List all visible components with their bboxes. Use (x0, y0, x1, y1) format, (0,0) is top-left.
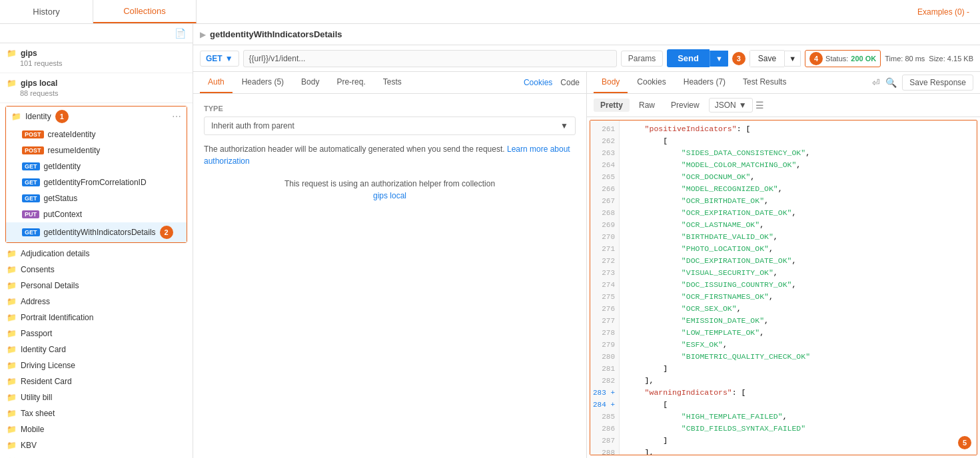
code-link[interactable]: Code (560, 78, 580, 87)
tab-headers[interactable]: Headers (5) (234, 72, 292, 93)
folder-address[interactable]: 📁 Address (0, 294, 193, 310)
auth-type-select[interactable]: Inherit auth from parent ▼ (204, 116, 576, 135)
endpoint-getIdentity[interactable]: GET getIdentity (6, 158, 187, 174)
request-title: getIdentityWithIndicatorsDetails (210, 29, 342, 39)
copy-icon[interactable]: ⏎ (872, 77, 880, 88)
endpoint-createIdentity[interactable]: POST createIdentity (6, 126, 187, 142)
resp-tab-headers[interactable]: Headers (7) (676, 72, 734, 93)
folder-icon-gips-local: 📁 (7, 79, 17, 88)
collection-gips-requests: 101 requests (7, 59, 186, 67)
endpoint-getIdentityFromCorrelationID[interactable]: GET getIdentityFromCorrelationID (6, 174, 187, 190)
format-type-select[interactable]: JSON ▼ (709, 98, 753, 113)
line-numbers: 2612622632642652662672682692702712722732… (590, 120, 620, 455)
response-code-area-wrapper: 2612622632642652662672682692702712722732… (590, 120, 977, 455)
collection-gips-local-name: 📁 gips local (7, 79, 186, 88)
annotation-2: 2 (160, 226, 173, 239)
folder-proof[interactable]: 📁 Proof (0, 453, 193, 458)
folder-adj-label: Adjudication details (21, 249, 89, 258)
send-dropdown-button[interactable]: ▼ (710, 51, 728, 67)
save-button-group: Save ▼ (749, 50, 801, 67)
method-badge-put-context: PUT (22, 210, 39, 218)
folder-passport[interactable]: 📁 Passport (0, 326, 193, 342)
tab-body[interactable]: Body (293, 72, 327, 93)
tab-pre-req[interactable]: Pre-req. (328, 72, 373, 93)
response-code-area[interactable]: 2612622632642652662672682692702712722732… (590, 120, 977, 455)
folder-portrait[interactable]: 📁 Portrait Identification (0, 310, 193, 326)
tab-collections[interactable]: Collections (93, 0, 197, 23)
save-response-button[interactable]: Save Response (902, 75, 973, 91)
folder-resident-card[interactable]: 📁 Resident Card (0, 373, 193, 389)
endpoint-getIdentityWithIndicatorsDetails[interactable]: GET getIdentityWithIndicatorsDetails 2 (6, 222, 187, 242)
folder-id-card-label: Identity Card (21, 345, 66, 354)
tab-auth[interactable]: Auth (200, 72, 233, 93)
method-selector[interactable]: GET ▼ (200, 51, 239, 67)
request-panel: ▶ getIdentityWithIndicatorsDetails GET ▼… (193, 24, 980, 458)
method-badge-get-indicators: GET (22, 228, 40, 236)
fmt-preview[interactable]: Preview (664, 99, 706, 112)
url-input[interactable]: {{url}}/v1/ident... (243, 50, 617, 67)
top-bar-right: Examples (0) - (197, 0, 980, 23)
collection-gips-local-requests: 88 requests (7, 89, 186, 97)
time-label: Time: 80 ms (885, 55, 925, 63)
folder-portrait-label: Portrait Identification (21, 313, 93, 322)
folder-icon-driving: 📁 (7, 361, 17, 370)
folder-icon-portrait: 📁 (7, 313, 17, 322)
params-button[interactable]: Params (621, 51, 663, 67)
status-label: Status: (825, 55, 848, 63)
endpoint-resumeIdentity[interactable]: POST resumeIdentity (6, 142, 187, 158)
resp-tab-cookies[interactable]: Cookies (629, 72, 674, 93)
search-icon[interactable]: 🔍 (885, 77, 897, 88)
resp-tab-test-results[interactable]: Test Results (735, 72, 794, 93)
resp-tab-body[interactable]: Body (594, 72, 628, 93)
tab-history[interactable]: History (0, 0, 93, 23)
send-main-button[interactable]: Send (667, 49, 710, 67)
endpoint-name-putContext: putContext (43, 210, 82, 219)
folder-tax-sheet[interactable]: 📁 Tax sheet (0, 405, 193, 421)
folder-identity-card[interactable]: 📁 Identity Card (0, 342, 193, 357)
folder-adjudication[interactable]: 📁 Adjudication details (0, 246, 193, 262)
examples-link[interactable]: Examples (0) - (917, 7, 969, 17)
folder-mobile-label: Mobile (21, 425, 44, 434)
fmt-pretty[interactable]: Pretty (594, 99, 630, 112)
folder-icon-mobile: 📁 (7, 425, 17, 434)
folder-tax-label: Tax sheet (21, 409, 55, 418)
annotation-4: 4 (809, 52, 823, 65)
collection-gips-local[interactable]: 📁 gips local 88 requests (0, 73, 193, 103)
folder-utility-bill[interactable]: 📁 Utility bill (0, 389, 193, 405)
cookies-link[interactable]: Cookies (524, 78, 552, 87)
identity-folder[interactable]: 📁 Identity 1 ⋯ POST createIdentity POST … (5, 106, 187, 243)
folder-personal-details[interactable]: 📁 Personal Details (0, 278, 193, 294)
format-extra-icon[interactable]: ☰ (755, 100, 764, 111)
folder-kbv[interactable]: 📁 KBV (0, 437, 193, 453)
folder-utility-label: Utility bill (21, 393, 52, 402)
request-tabs: Auth Headers (5) Body Pre-req. Tests Coo… (193, 72, 586, 94)
folder-icon-passport: 📁 (7, 329, 17, 338)
folder-kbv-label: KBV (21, 441, 37, 450)
endpoint-getStatus[interactable]: GET getStatus (6, 190, 187, 206)
folder-driving-license[interactable]: 📁 Driving License (0, 357, 193, 373)
endpoint-name-getIdentityFromCorrelationID: getIdentityFromCorrelationID (44, 178, 147, 187)
tab-right-links: Cookies Code (524, 78, 580, 87)
fmt-raw[interactable]: Raw (632, 99, 662, 112)
method-chevron-icon: ▼ (225, 54, 233, 63)
save-main-button[interactable]: Save (749, 50, 784, 67)
collection-gips[interactable]: 📁 gips 101 requests (0, 43, 193, 73)
folder-mobile[interactable]: 📁 Mobile (0, 421, 193, 437)
auth-note: The authorization header will be automat… (204, 143, 576, 167)
identity-more-icon[interactable]: ⋯ (172, 111, 181, 122)
tab-tests[interactable]: Tests (375, 72, 410, 93)
new-collection-icon[interactable]: 📄 (175, 28, 186, 39)
folder-icon-personal: 📁 (7, 281, 17, 290)
helper-collection-link[interactable]: gips local (373, 191, 406, 200)
annotation-5: 5 (958, 436, 971, 449)
sidebar: 📄 📁 gips 101 requests 📁 gips local 88 re… (0, 24, 193, 458)
identity-folder-header[interactable]: 📁 Identity 1 ⋯ (6, 107, 187, 126)
save-dropdown-button[interactable]: ▼ (784, 51, 801, 67)
sidebar-toolbar: 📄 (0, 24, 193, 43)
folder-driving-label: Driving License (21, 361, 75, 370)
method-badge-post-create: POST (22, 130, 44, 138)
url-row: GET ▼ {{url}}/v1/ident... Params Send ▼ … (193, 45, 980, 72)
folder-consents[interactable]: 📁 Consents (0, 262, 193, 278)
endpoint-putContext[interactable]: PUT putContext (6, 206, 187, 222)
response-tabs: Body Cookies Headers (7) Test Results ⏎ … (587, 72, 980, 94)
